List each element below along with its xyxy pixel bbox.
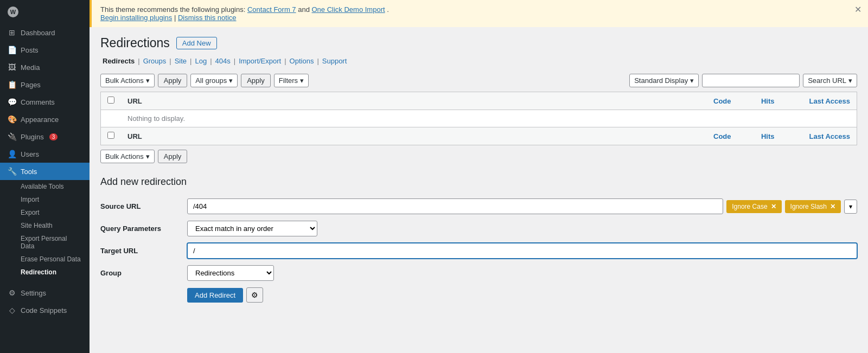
search-input[interactable] — [702, 74, 800, 87]
col-hits-footer[interactable]: Hits — [738, 127, 781, 145]
nav-link-options[interactable]: Options — [288, 57, 316, 65]
users-icon: 👤 — [8, 150, 16, 158]
sidebar-item-pages[interactable]: 📋 Pages — [0, 76, 90, 93]
ignore-slash-button[interactable]: Ignore Slash ✕ — [785, 200, 841, 213]
dashboard-icon: ⊞ — [8, 28, 16, 37]
notice-close-button[interactable]: ✕ — [854, 4, 861, 15]
col-url-footer: URL — [121, 127, 694, 145]
notice-link-demo-import[interactable]: One Click Demo Import — [312, 5, 385, 14]
source-url-options-dropdown[interactable]: ▾ — [844, 200, 857, 214]
sidebar-subitem-export[interactable]: Export — [0, 206, 90, 219]
sidebar-subitem-erase-personal[interactable]: Erase Personal Data — [0, 253, 90, 266]
standard-display-dropdown[interactable]: Standard Display ▾ — [629, 74, 699, 87]
col-access-footer[interactable]: Last Access — [781, 127, 857, 145]
bulk-actions-dropdown-bottom[interactable]: Bulk Actions ▾ — [100, 150, 155, 163]
add-new-button[interactable]: Add New — [176, 37, 217, 49]
notice-link-dismiss[interactable]: Dismiss this notice — [178, 14, 237, 22]
bulk-actions-label: Bulk Actions — [105, 76, 144, 85]
toolbar-row-bottom: Bulk Actions ▾ Apply — [100, 150, 857, 163]
all-groups-chevron-icon: ▾ — [229, 76, 233, 85]
sidebar-subitem-import[interactable]: Import — [0, 193, 90, 206]
sidebar-item-appearance[interactable]: 🎨 Appearance — [0, 111, 90, 128]
sidebar-item-label: Pages — [21, 81, 41, 89]
nav-link-log[interactable]: Log — [193, 57, 209, 65]
nav-link-support[interactable]: Support — [320, 57, 349, 65]
plugins-icon: 🔌 — [8, 132, 16, 141]
sidebar-item-label: Plugins — [21, 133, 44, 141]
select-all-checkbox[interactable] — [107, 97, 114, 104]
sidebar-item-label: Settings — [21, 289, 46, 297]
sidebar-subitem-redirection[interactable]: Redirection — [0, 266, 90, 279]
col-access-header[interactable]: Last Access — [781, 92, 857, 110]
target-url-label-cell: Target URL — [100, 240, 187, 262]
ignore-slash-remove-icon[interactable]: ✕ — [830, 203, 835, 210]
sidebar-item-settings[interactable]: ⚙ Settings — [0, 284, 90, 301]
content-area: Redirections Add New Redirects | Groups … — [90, 27, 868, 315]
ignore-case-label: Ignore Case — [732, 203, 767, 210]
filters-dropdown[interactable]: Filters ▾ — [274, 74, 309, 87]
sidebar-item-code-snippets[interactable]: ◇ Code Snippets — [0, 301, 90, 319]
notice-link-install[interactable]: Begin installing plugins — [100, 14, 172, 22]
nav-link-redirects[interactable]: Redirects — [100, 57, 137, 65]
submit-value-cell: Add Redirect ⚙ — [187, 284, 857, 306]
sidebar-subitem-site-health[interactable]: Site Health — [0, 219, 90, 232]
empty-check-cell — [101, 110, 122, 127]
query-params-value-cell: Exact match in any order — [187, 217, 857, 240]
media-icon: 🖼 — [8, 63, 16, 72]
col-code-header[interactable]: Code — [694, 92, 738, 110]
nav-link-site[interactable]: Site — [173, 57, 189, 65]
sidebar-item-users[interactable]: 👤 Users — [0, 145, 90, 163]
query-params-label-cell: Query Parameters — [100, 217, 187, 240]
ignore-case-remove-icon[interactable]: ✕ — [771, 203, 776, 210]
settings-icon: ⚙ — [8, 288, 16, 297]
group-select[interactable]: Redirections — [187, 265, 274, 281]
source-url-form-row: Ignore Case ✕ Ignore Slash ✕ ▾ — [187, 198, 857, 214]
group-form-row: Redirections — [187, 265, 857, 281]
source-url-row: Source URL Ignore Case ✕ Ignore Slash ✕ — [100, 195, 857, 217]
nav-link-groups[interactable]: Groups — [141, 57, 169, 65]
col-code-footer[interactable]: Code — [694, 127, 738, 145]
apply-button-top[interactable]: Apply — [158, 74, 188, 87]
search-url-dropdown[interactable]: Search URL ▾ — [803, 74, 857, 87]
standard-display-chevron-icon: ▾ — [690, 76, 694, 85]
all-groups-dropdown[interactable]: All groups ▾ — [190, 74, 238, 87]
apply-button-bottom[interactable]: Apply — [158, 150, 188, 163]
submit-form-row: Add Redirect ⚙ — [187, 287, 857, 303]
code-snippets-icon: ◇ — [8, 306, 16, 315]
sidebar-item-plugins[interactable]: 🔌 Plugins 3 — [0, 128, 90, 145]
query-params-select[interactable]: Exact match in any order — [187, 221, 317, 236]
sidebar-item-dashboard[interactable]: ⊞ Dashboard — [0, 24, 90, 41]
sidebar-item-comments[interactable]: 💬 Comments — [0, 93, 90, 111]
sidebar-item-label: Appearance — [21, 115, 59, 124]
sidebar-item-posts[interactable]: 📄 Posts — [0, 41, 90, 59]
bulk-actions-label-bottom: Bulk Actions — [105, 152, 144, 161]
nav-link-404s[interactable]: 404s — [213, 57, 233, 65]
bulk-actions-dropdown[interactable]: Bulk Actions ▾ — [100, 74, 155, 87]
target-url-input[interactable] — [187, 243, 857, 259]
page-title: Redirections — [100, 36, 170, 50]
sidebar-item-label: Dashboard — [21, 29, 55, 37]
select-all-checkbox-footer[interactable] — [107, 132, 114, 139]
add-redirect-button[interactable]: Add Redirect — [187, 288, 243, 303]
table-header-row: URL Code Hits Last Access — [101, 92, 857, 110]
sidebar-subitem-export-personal[interactable]: Export Personal Data — [0, 232, 90, 253]
redirect-settings-gear-button[interactable]: ⚙ — [246, 287, 263, 303]
apply-button-groups[interactable]: Apply — [241, 74, 271, 87]
col-check-footer — [101, 127, 122, 145]
redirections-table: URL Code Hits Last Access Nothing to dis… — [100, 92, 857, 145]
pages-icon: 📋 — [8, 80, 16, 89]
nav-links: Redirects | Groups | Site | Log | 404s |… — [100, 57, 857, 65]
table-empty-row: Nothing to display. — [101, 110, 857, 127]
ignore-case-button[interactable]: Ignore Case ✕ — [726, 200, 781, 213]
sidebar-subitem-available-tools[interactable]: Available Tools — [0, 180, 90, 193]
source-url-input[interactable] — [187, 198, 723, 214]
sidebar-item-label: Posts — [21, 46, 39, 54]
sidebar-item-media[interactable]: 🖼 Media — [0, 59, 90, 76]
bulk-actions-chevron-icon: ▾ — [146, 76, 150, 85]
col-hits-header[interactable]: Hits — [738, 92, 781, 110]
notice-text-before: This theme recommends the following plug… — [100, 5, 247, 14]
nav-link-import-export[interactable]: Import/Export — [237, 57, 283, 65]
add-new-section: Add new redirection Source URL Ignore Ca… — [100, 176, 857, 306]
sidebar-item-tools[interactable]: 🔧 Tools — [0, 163, 90, 180]
notice-link-contact-form[interactable]: Contact Form 7 — [247, 5, 296, 14]
